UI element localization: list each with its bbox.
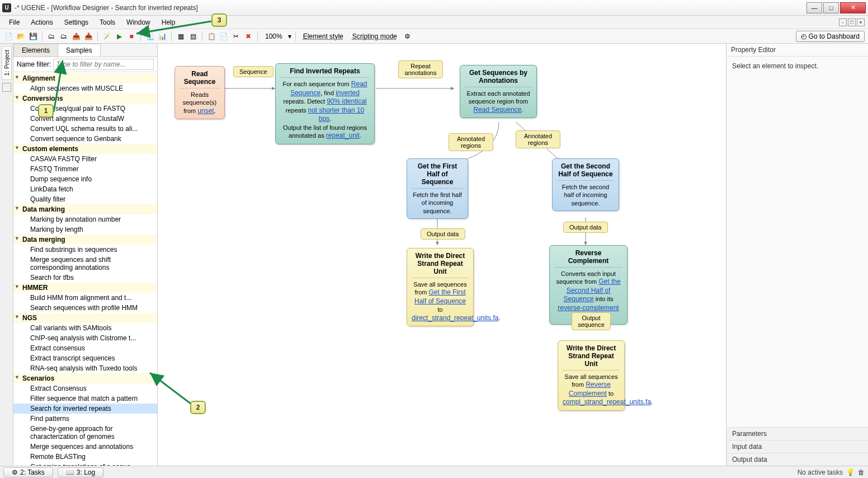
stop-icon[interactable]: ■ bbox=[126, 31, 136, 41]
tasks-button[interactable]: ⚙2: Tasks bbox=[3, 467, 53, 477]
wand-icon[interactable]: 🪄 bbox=[102, 31, 112, 41]
tree-item[interactable]: LinkData fetch bbox=[13, 184, 157, 194]
zoom-dropdown-icon[interactable]: ▾ bbox=[288, 32, 291, 40]
tree-item[interactable]: Quality filter bbox=[13, 194, 157, 204]
element-style-button[interactable]: Element style bbox=[300, 32, 347, 40]
node-write-direct-2[interactable]: Write the Direct Strand Repeat Unit Save… bbox=[558, 340, 625, 411]
menu-tools[interactable]: Tools bbox=[94, 17, 121, 27]
tree-item[interactable]: Search for tfbs bbox=[13, 273, 157, 283]
menu-actions[interactable]: Actions bbox=[25, 17, 58, 27]
node-get-second-half[interactable]: Get the Second Half of Sequence Fetch th… bbox=[552, 158, 619, 211]
tree-item[interactable]: CASAVA FASTQ Filter bbox=[13, 154, 157, 164]
maximize-button[interactable]: □ bbox=[823, 2, 839, 13]
minimize-button[interactable]: — bbox=[806, 2, 822, 13]
tree-category[interactable]: NGS bbox=[13, 313, 157, 323]
folder-icon[interactable]: 🗂 bbox=[46, 31, 56, 41]
tree-item[interactable]: Gene-by-gene approach for characterizati… bbox=[13, 424, 157, 442]
tab-samples[interactable]: Samples bbox=[58, 44, 101, 57]
app-icon: U bbox=[2, 3, 11, 12]
filter-input[interactable] bbox=[53, 59, 154, 70]
callout-1: 1 bbox=[38, 104, 54, 118]
tree-category[interactable]: Data merging bbox=[13, 235, 157, 245]
run-icon[interactable]: ▶ bbox=[114, 31, 124, 41]
tree-item[interactable]: Get amino translations of a seque... bbox=[13, 462, 157, 466]
tree-item[interactable]: Call variants with SAMtools bbox=[13, 323, 157, 333]
node-read-sequence[interactable]: Read Sequence Reads sequence(s) from uns… bbox=[174, 66, 225, 119]
tree-item[interactable]: Marking by length bbox=[13, 224, 157, 235]
tree-item[interactable]: RNA-seq analysis with Tuxedo tools bbox=[13, 363, 157, 373]
gear-icon[interactable]: ⚙ bbox=[403, 31, 413, 41]
sample-tree[interactable]: AlignmentAlign sequences with MUSCLEConv… bbox=[13, 72, 157, 466]
menu-file[interactable]: File bbox=[3, 17, 25, 27]
callout-3: 3 bbox=[211, 13, 227, 27]
mdi-restore-icon[interactable]: □ bbox=[848, 18, 856, 26]
export-icon[interactable]: 📤 bbox=[71, 31, 81, 41]
section-parameters[interactable]: Parameters bbox=[727, 427, 868, 440]
go-to-dashboard-button[interactable]: ◴ Go to Dashboard bbox=[796, 31, 865, 42]
tree-item[interactable]: Search for inverted repeats bbox=[13, 404, 157, 414]
delete-icon[interactable]: ✖ bbox=[243, 31, 253, 41]
tree-item[interactable]: Convert sequence to Genbank bbox=[13, 134, 157, 144]
cut-icon[interactable]: ✂ bbox=[231, 31, 241, 41]
workflow-canvas[interactable]: Read Sequence Reads sequence(s) from uns… bbox=[158, 44, 726, 466]
tree-item[interactable]: ChIP-seq analysis with Cistrome t... bbox=[13, 333, 157, 343]
menu-settings[interactable]: Settings bbox=[59, 17, 94, 27]
zoom-level[interactable]: 100% bbox=[262, 32, 286, 40]
tree-item[interactable]: Convert alignments to ClustalW bbox=[13, 114, 157, 124]
vtab-icon[interactable] bbox=[2, 83, 11, 92]
close-button[interactable]: ✕ bbox=[840, 2, 866, 13]
tree-item[interactable]: Extract Consensus bbox=[13, 383, 157, 393]
project-tab[interactable]: 1: Project bbox=[2, 46, 12, 79]
tree-item[interactable]: Find patterns bbox=[13, 414, 157, 424]
tree-item[interactable]: Filter sequence that match a pattern bbox=[13, 393, 157, 404]
open-icon[interactable]: 📂 bbox=[16, 31, 26, 41]
graph-icon[interactable]: 📊 bbox=[157, 31, 167, 41]
tree-item[interactable]: FASTQ Trimmer bbox=[13, 164, 157, 174]
tree-item[interactable]: Dump sequence info bbox=[13, 174, 157, 184]
scripting-mode-button[interactable]: Scripting mode bbox=[349, 32, 400, 40]
mdi-min-icon[interactable]: - bbox=[839, 18, 847, 26]
mdi-close-icon[interactable]: × bbox=[857, 18, 865, 26]
tree-item[interactable]: Find substrings in sequences bbox=[13, 245, 157, 255]
section-output-data[interactable]: Output data bbox=[727, 453, 868, 466]
new-icon[interactable]: 📄 bbox=[3, 31, 13, 41]
sidebar: Elements Samples Name filter: AlignmentA… bbox=[13, 44, 158, 466]
layout2-icon[interactable]: ▤ bbox=[188, 31, 198, 41]
node-get-first-half[interactable]: Get the First Half of Sequence Fetch the… bbox=[407, 158, 468, 219]
tree-item[interactable]: Merge sequences and annotations bbox=[13, 442, 157, 452]
tab-elements[interactable]: Elements bbox=[13, 44, 58, 57]
node-write-direct-1[interactable]: Write the Direct Strand Repeat Unit Save… bbox=[407, 248, 474, 326]
log-button[interactable]: 📖3: Log bbox=[58, 467, 103, 477]
tree-item[interactable]: Build HMM from alignment and t... bbox=[13, 293, 157, 303]
node-get-seq-annotations[interactable]: Get Sequences by Annotations Extract eac… bbox=[460, 65, 537, 118]
save-icon[interactable]: 💾 bbox=[28, 31, 38, 41]
tree-category[interactable]: Conversions bbox=[13, 93, 157, 104]
menu-window[interactable]: Window bbox=[121, 17, 156, 27]
tree-category[interactable]: HMMER bbox=[13, 283, 157, 293]
tree-item[interactable]: Remote BLASTing bbox=[13, 452, 157, 462]
tree-category[interactable]: Scenarios bbox=[13, 373, 157, 383]
doc-icon[interactable]: 📃 bbox=[145, 31, 155, 41]
tree-category[interactable]: Custom elements bbox=[13, 144, 157, 154]
tree-item[interactable]: Merge sequences and shift corresponding … bbox=[13, 255, 157, 273]
tree-item[interactable]: Convert UQL schema results to ali... bbox=[13, 124, 157, 134]
layout1-icon[interactable]: ▦ bbox=[176, 31, 186, 41]
tree-item[interactable]: Align sequences with MUSCLE bbox=[13, 83, 157, 93]
import-icon[interactable]: 📥 bbox=[83, 31, 93, 41]
node-desc: Fetch the first half of incoming sequenc… bbox=[412, 191, 463, 215]
tree-item[interactable]: Convert seq/qual pair to FASTQ bbox=[13, 104, 157, 114]
tree-item[interactable]: Marking by annotation number bbox=[13, 214, 157, 224]
copy-icon[interactable]: 📋 bbox=[206, 31, 216, 41]
menu-help[interactable]: Help bbox=[156, 17, 181, 27]
paste-icon[interactable]: 📄 bbox=[219, 31, 229, 41]
folder2-icon[interactable]: 🗂 bbox=[59, 31, 69, 41]
callout-2: 2 bbox=[190, 401, 206, 414]
tree-item[interactable]: Extract transcript sequences bbox=[13, 353, 157, 363]
tree-category[interactable]: Data marking bbox=[13, 204, 157, 214]
section-input-data[interactable]: Input data bbox=[727, 440, 868, 453]
tree-item[interactable]: Search sequences with profile HMM bbox=[13, 303, 157, 313]
tree-item[interactable]: Extract consensus bbox=[13, 343, 157, 353]
main-toolbar: 📄 📂 💾 🗂 🗂 📤 📥 🪄 ▶ ■ 📃 📊 ▦ ▤ 📋 📄 ✂ ✖ 100%… bbox=[0, 29, 868, 44]
node-find-inverted[interactable]: Find Inverted Repeats For each sequence … bbox=[275, 63, 375, 144]
tree-category[interactable]: Alignment bbox=[13, 73, 157, 83]
